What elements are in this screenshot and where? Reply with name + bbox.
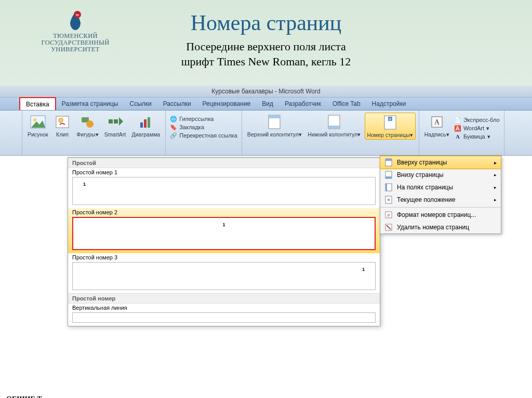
svg-rect-16 — [328, 126, 340, 129]
globe-icon: 🌐 — [170, 115, 177, 122]
dropcap-icon: A — [454, 133, 461, 140]
header-button[interactable]: Верхний колонтитул▾ — [245, 113, 304, 139]
university-logo: 85 ТЮМЕНСКИЙ ГОСУДАРСТВЕННЫЙУНИВЕРСИТЕТ — [18, 10, 132, 53]
ribbon-tabs: Вставка Разметка страницы Ссылки Рассылк… — [0, 97, 532, 111]
svg-rect-27 — [385, 184, 387, 191]
svg-text:85: 85 — [76, 13, 79, 17]
tab-review[interactable]: Рецензирование — [197, 98, 257, 110]
svg-text:#: # — [387, 213, 390, 218]
tab-insert[interactable]: Вставка — [19, 97, 56, 110]
format-icon: # — [384, 211, 393, 219]
page-top-icon — [384, 158, 393, 167]
dropcap-button[interactable]: AБуквица▾ — [453, 132, 501, 141]
chart-button[interactable]: Диаграмма — [130, 113, 163, 139]
menu-top-of-page[interactable]: Вверху страницы — [380, 156, 501, 169]
tab-developer[interactable]: Разработчик — [279, 98, 327, 110]
crossref-button[interactable]: 🔗Перекрестная ссылка — [169, 131, 238, 140]
block-icon: 📄 — [454, 116, 461, 123]
svg-text:#: # — [389, 117, 391, 121]
gallery-header-2: Простой номер — [68, 293, 380, 304]
gallery-item-2[interactable]: Простой номер 2 1 — [68, 208, 380, 253]
smartart-button[interactable]: SmartArt — [102, 113, 128, 139]
tab-addins[interactable]: Надстройки — [366, 98, 412, 110]
svg-rect-25 — [385, 176, 392, 179]
menu-bottom-of-page[interactable]: Внизу страницы▸ — [380, 169, 501, 181]
svg-rect-29 — [388, 199, 390, 201]
crossref-icon: 🔗 — [170, 132, 177, 139]
gallery-item-vertical[interactable]: Вертикальная линия — [68, 304, 380, 326]
tab-page-layout[interactable]: Разметка страницы — [56, 98, 124, 110]
svg-point-3 — [33, 118, 36, 121]
group-text: AНадпись▾ 📄Экспресс-бло 🅰️WordArt▾ AБукв… — [419, 111, 504, 155]
bookmark-icon: 🔖 — [170, 123, 177, 131]
cursor-icon — [384, 196, 393, 204]
remove-icon — [384, 223, 393, 231]
express-button[interactable]: 📄Экспресс-бло — [453, 116, 501, 124]
tab-office[interactable]: Office Tab — [327, 98, 366, 110]
page-number-gallery: Простой Простой номер 1 1 Простой номер … — [68, 157, 380, 326]
doc-left-fragment: ОБЩИЕ·Т ·левое·—·30·мм,· рация·страниц·п… — [6, 394, 84, 398]
gallery-item-3[interactable]: Простой номер 3 1 — [68, 253, 380, 293]
svg-text:A: A — [434, 118, 440, 126]
svg-rect-12 — [148, 117, 150, 128]
clip-button[interactable]: Клип — [52, 113, 73, 139]
shapes-button[interactable]: Фигуры▾ — [74, 113, 100, 139]
hyperlink-button[interactable]: 🌐Гиперссылка — [169, 115, 238, 123]
page-margin-icon — [384, 183, 393, 191]
logo-line2: УНИВЕРСИТЕТ — [18, 46, 132, 53]
menu-remove-numbers[interactable]: Удалить номера страниц — [380, 221, 501, 234]
picture-button[interactable]: Рисунок — [25, 113, 50, 139]
bookmark-button[interactable]: 🔖Закладка — [169, 123, 238, 131]
window-title: Курсовые бакалавры - Microsoft Word — [0, 86, 532, 97]
svg-rect-11 — [144, 119, 147, 128]
tab-mailings[interactable]: Рассылки — [157, 98, 197, 110]
svg-rect-10 — [140, 122, 143, 128]
page-number-menu: Вверху страницы Внизу страницы▸ На полях… — [380, 156, 501, 234]
group-illustrations: Рисунок Клип Фигуры▾ SmartArt Диаграмма — [22, 111, 166, 155]
footer-button[interactable]: Нижний колонтитул▾ — [305, 113, 363, 139]
textbox-button[interactable]: AНадпись▾ — [422, 113, 451, 139]
ribbon: Рисунок Клип Фигуры▾ SmartArt Диаграмма … — [0, 111, 532, 156]
page-number-button[interactable]: #Номер страницы▾ — [365, 113, 416, 140]
wordart-button[interactable]: 🅰️WordArt▾ — [453, 124, 501, 132]
svg-point-5 — [59, 118, 63, 122]
tab-references[interactable]: Ссылки — [124, 98, 157, 110]
logo-line1: ТЮМЕНСКИЙ ГОСУДАРСТВЕННЫЙ — [18, 33, 132, 46]
svg-point-7 — [86, 120, 94, 128]
group-header-footer: Верхний колонтитул▾ Нижний колонтитул▾ #… — [242, 111, 419, 155]
tab-view[interactable]: Вид — [256, 98, 279, 110]
gallery-item-1[interactable]: Простой номер 1 1 — [68, 168, 380, 208]
svg-rect-14 — [269, 115, 280, 118]
svg-rect-23 — [385, 159, 392, 161]
svg-rect-8 — [109, 119, 113, 123]
menu-format-numbers[interactable]: #Формат номеров страниц... — [380, 209, 501, 221]
gallery-header-simple: Простой — [68, 158, 380, 168]
menu-current-position[interactable]: Текущее положение▸ — [380, 194, 501, 206]
svg-rect-9 — [114, 119, 118, 123]
wordart-icon: 🅰️ — [454, 125, 461, 132]
page-bottom-icon — [384, 171, 393, 179]
menu-page-margins[interactable]: На полях страницы▸ — [380, 181, 501, 194]
group-links: 🌐Гиперссылка 🔖Закладка 🔗Перекрестная ссы… — [166, 111, 242, 155]
